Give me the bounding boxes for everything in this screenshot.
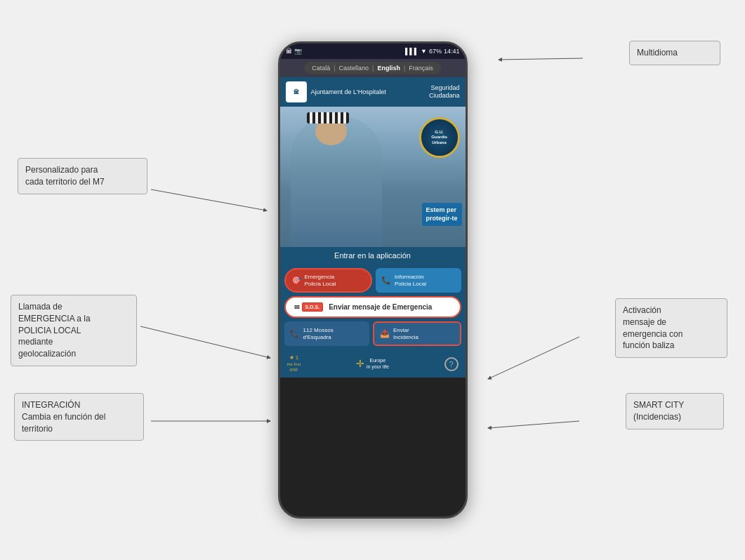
svg-line-2 xyxy=(140,326,270,358)
incidencia-button[interactable]: 📤 EnviarIncidencia xyxy=(373,321,461,346)
badge-circle: G.U.GuardiaUrbana xyxy=(419,117,460,158)
hero-image: G.U.GuardiaUrbana Estem perprotegir-te xyxy=(280,107,466,247)
target-icon: 🎯 xyxy=(291,276,301,285)
emergency-button[interactable]: 🎯 EmergenciaPolicia Local xyxy=(284,268,373,293)
lang-catala[interactable]: Català xyxy=(308,64,334,72)
org-logo: 🏛 xyxy=(286,81,307,102)
info-button[interactable]: 📞 InformaciónPolicia Local xyxy=(376,268,461,293)
status-icon2: 📷 xyxy=(294,48,302,55)
btn-row-2: 📞 112 Mossosd'Esquadra 📤 EnviarIncidenci… xyxy=(284,321,461,346)
sos-badge: S.O.S. xyxy=(302,302,324,312)
help-button[interactable]: ? xyxy=(444,357,459,371)
diagram-container: Multidioma Personalizado paracada territ… xyxy=(0,0,745,560)
svg-line-3 xyxy=(488,337,579,379)
annotation-personalizado: Personalizado paracada territorio del M7 xyxy=(18,158,147,194)
annotation-smartcity: SMART CITY(Incidencias) xyxy=(626,393,724,429)
sos-button[interactable]: ✉ S.O.S. Enviar mensaje de Emergencia xyxy=(284,296,461,318)
org-name: Ajuntament de L'Hospitalet xyxy=(311,88,386,95)
lang-francais[interactable]: Français xyxy=(405,64,437,72)
app-footer: ★ 1 the first one ✛ Europein your life ? xyxy=(280,350,466,377)
status-right: ▌▌▌ ▼ 67% 14:41 xyxy=(405,48,460,55)
envelope-icon: ✉ xyxy=(294,304,300,311)
signal-icon: ▌▌▌ xyxy=(405,48,418,55)
mossos-icon: 📞 xyxy=(290,329,300,338)
btn-row-sos: ✉ S.O.S. Enviar mensaje de Emergencia xyxy=(284,296,461,318)
svg-line-1 xyxy=(151,189,267,211)
lang-english[interactable]: English xyxy=(374,64,404,72)
annotation-llamada: Llamada deEMERGENCIA a laPOLICIA LOCALme… xyxy=(11,295,137,366)
status-left: 🏛 📷 xyxy=(286,48,302,55)
officer-hat xyxy=(307,112,349,124)
emergency-label: EmergenciaPolicia Local xyxy=(305,274,336,287)
svg-line-5 xyxy=(488,421,579,428)
svg-line-0 xyxy=(499,58,583,60)
incidencia-icon: 📤 xyxy=(380,329,390,338)
wifi-icon: ▼ xyxy=(421,48,427,55)
incidencia-label: EnviarIncidencia xyxy=(393,327,418,340)
language-bar: Català | Castellano | English | Français xyxy=(304,62,441,74)
status-bar: 🏛 📷 ▌▌▌ ▼ 67% 14:41 xyxy=(280,44,466,59)
time-display: 14:41 xyxy=(444,48,460,55)
footer-logo-first: ★ 1 the first one xyxy=(287,354,301,373)
annotation-activacion: Activaciónmensaje deemergencia confunció… xyxy=(615,298,727,358)
mossos-label: 112 Mossosd'Esquadra xyxy=(303,327,334,340)
phone-icon: 📞 xyxy=(381,276,391,285)
btn-row-1: 🎯 EmergenciaPolicia Local 📞 InformaciónP… xyxy=(284,268,461,293)
phone-mockup: 🏛 📷 ▌▌▌ ▼ 67% 14:41 Català | Castellano … xyxy=(278,41,468,519)
annotation-integracion: INTEGRACIÓNCambia en función delterritor… xyxy=(14,393,144,441)
footer-logo-europe: ✛ Europein your life xyxy=(356,358,389,370)
enter-app-button[interactable]: Entrar en la aplicación xyxy=(280,247,466,264)
buttons-section: 🎯 EmergenciaPolicia Local 📞 InformaciónP… xyxy=(280,264,466,350)
slogan-text: Estem perprotegir-te xyxy=(422,203,462,226)
mossos-button[interactable]: 📞 112 Mossosd'Esquadra xyxy=(284,321,370,346)
lang-castellano[interactable]: Castellano xyxy=(336,64,373,72)
info-label: InformaciónPolicia Local xyxy=(395,274,426,287)
app-header: 🏛 Ajuntament de L'Hospitalet SeguridadCi… xyxy=(280,77,466,107)
annotation-multidioma: Multidioma xyxy=(629,41,720,65)
app-subtitle: SeguridadCiudadana xyxy=(429,84,460,100)
sos-label: Enviar mensaje de Emergencia xyxy=(329,303,432,311)
status-icon1: 🏛 xyxy=(286,48,292,55)
battery-level: 67% xyxy=(429,48,442,55)
